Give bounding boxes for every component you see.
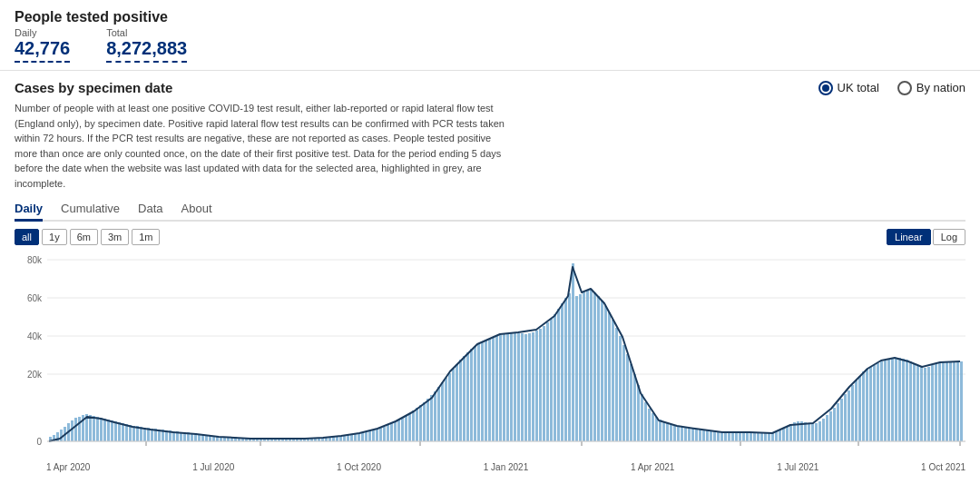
- svg-rect-247: [909, 361, 912, 441]
- x-label-4: 1 Jan 2021: [484, 462, 529, 472]
- svg-rect-101: [379, 428, 382, 441]
- svg-rect-123: [459, 360, 462, 441]
- svg-rect-256: [942, 361, 945, 441]
- svg-rect-95: [358, 433, 360, 441]
- time-btn-3m[interactable]: 3m: [101, 229, 129, 245]
- svg-rect-231: [851, 385, 854, 441]
- svg-rect-160: [593, 292, 596, 441]
- svg-rect-249: [916, 365, 919, 441]
- svg-rect-261: [960, 361, 963, 441]
- svg-rect-176: [652, 413, 654, 441]
- svg-rect-177: [655, 417, 658, 441]
- chart-svg: 80k 60k 40k 20k 0: [15, 251, 965, 459]
- svg-text:40k: 40k: [27, 331, 43, 341]
- radio-by-nation-circle: [897, 81, 912, 95]
- svg-rect-205: [757, 432, 760, 441]
- total-label: Total: [106, 27, 187, 38]
- x-axis: 1 Apr 2020 1 Jul 2020 1 Oct 2020 1 Jan 2…: [15, 459, 965, 472]
- svg-rect-130: [485, 341, 487, 441]
- scale-btn-log[interactable]: Log: [933, 229, 965, 245]
- svg-rect-138: [514, 332, 516, 441]
- svg-rect-241: [887, 360, 890, 441]
- radio-uk-total[interactable]: UK total: [818, 81, 879, 95]
- svg-rect-135: [503, 334, 505, 441]
- svg-rect-151: [561, 303, 564, 441]
- svg-rect-136: [506, 333, 509, 441]
- svg-rect-181: [670, 424, 672, 441]
- tab-daily[interactable]: Daily: [15, 198, 43, 222]
- svg-text:60k: 60k: [27, 293, 43, 303]
- svg-rect-161: [597, 296, 600, 441]
- svg-rect-220: [811, 424, 814, 441]
- chart-section: Cases by specimen date UK total By natio…: [0, 71, 980, 472]
- svg-rect-174: [644, 402, 647, 441]
- svg-rect-154: [572, 263, 574, 441]
- svg-rect-152: [564, 298, 567, 441]
- svg-rect-172: [637, 385, 640, 441]
- svg-rect-99: [372, 430, 375, 441]
- svg-rect-133: [495, 336, 498, 441]
- svg-rect-108: [405, 416, 407, 441]
- svg-rect-250: [920, 367, 923, 441]
- svg-rect-96: [361, 432, 364, 441]
- time-btn-1m[interactable]: 1m: [132, 229, 160, 245]
- daily-label: Daily: [15, 27, 70, 38]
- svg-rect-117: [437, 387, 440, 441]
- svg-rect-17: [74, 418, 77, 441]
- svg-rect-153: [568, 293, 571, 441]
- svg-rect-179: [662, 421, 665, 441]
- svg-rect-129: [481, 342, 484, 441]
- scale-btn-linear[interactable]: Linear: [887, 229, 931, 245]
- svg-rect-189: [699, 430, 701, 441]
- svg-rect-113: [423, 402, 426, 441]
- svg-rect-192: [710, 430, 712, 441]
- svg-rect-234: [862, 371, 865, 441]
- tab-data[interactable]: Data: [138, 198, 162, 222]
- svg-rect-238: [877, 363, 879, 441]
- tab-about[interactable]: About: [181, 198, 212, 222]
- svg-rect-92: [347, 435, 349, 441]
- svg-rect-218: [804, 422, 807, 441]
- radio-by-nation[interactable]: By nation: [897, 81, 965, 95]
- svg-rect-167: [619, 336, 622, 441]
- time-btn-1y[interactable]: 1y: [42, 229, 67, 245]
- svg-rect-145: [539, 329, 542, 441]
- svg-rect-18: [78, 417, 81, 441]
- svg-rect-201: [742, 432, 745, 441]
- svg-rect-139: [517, 333, 520, 441]
- x-label-7: 1 Oct 2021: [921, 462, 965, 472]
- tab-cumulative[interactable]: Cumulative: [61, 198, 120, 222]
- svg-rect-158: [586, 291, 589, 441]
- svg-rect-257: [946, 361, 948, 441]
- svg-rect-163: [604, 306, 607, 441]
- svg-rect-233: [858, 376, 861, 441]
- svg-rect-184: [681, 427, 683, 441]
- svg-rect-142: [528, 333, 531, 441]
- time-btn-6m[interactable]: 6m: [70, 229, 98, 245]
- svg-rect-193: [713, 431, 716, 441]
- svg-rect-112: [419, 405, 422, 441]
- top-section: People tested positive Daily 42,776 Tota…: [0, 0, 980, 71]
- time-btn-all[interactable]: all: [15, 229, 39, 245]
- svg-rect-149: [554, 314, 556, 441]
- svg-rect-131: [488, 339, 491, 441]
- svg-rect-114: [426, 399, 429, 441]
- svg-rect-242: [891, 359, 894, 441]
- svg-rect-240: [884, 361, 887, 441]
- chart-title: Cases by specimen date: [15, 80, 172, 95]
- svg-rect-219: [808, 423, 810, 441]
- svg-rect-107: [401, 418, 404, 441]
- svg-rect-118: [441, 382, 444, 441]
- svg-rect-212: [782, 429, 785, 441]
- svg-rect-206: [760, 433, 763, 441]
- svg-rect-232: [855, 380, 858, 441]
- svg-rect-111: [416, 408, 418, 441]
- svg-rect-147: [546, 322, 549, 441]
- radio-uk-total-label: UK total: [838, 81, 879, 94]
- svg-rect-119: [445, 378, 447, 441]
- svg-rect-116: [434, 391, 436, 441]
- x-label-5: 1 Apr 2021: [631, 462, 674, 472]
- svg-rect-239: [880, 361, 883, 441]
- svg-rect-27: [111, 420, 113, 441]
- svg-rect-190: [702, 430, 705, 441]
